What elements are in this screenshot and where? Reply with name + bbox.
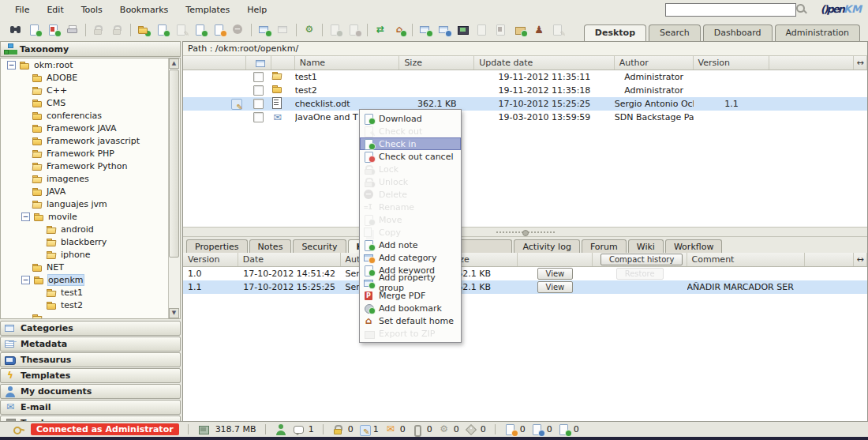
stamp-button[interactable]: ♟	[530, 21, 548, 39]
resize-columns-icon[interactable]: ↔	[854, 253, 867, 266]
taxonomy-header[interactable]: Taxonomy	[0, 41, 181, 57]
tree-scrollbar[interactable]: ▲ ▼	[168, 58, 180, 318]
column-size[interactable]: Size	[399, 56, 474, 70]
menu-bookmarks[interactable]: Bookmarks	[111, 2, 177, 17]
tree-item-framework-python[interactable]: Framework Python	[1, 160, 180, 172]
sidebar-item-email[interactable]: ✉E-mail	[0, 400, 181, 415]
tree-item-net[interactable]: NET	[1, 261, 180, 273]
tab-desktop[interactable]: Desktop	[584, 24, 646, 41]
tree-item-partial[interactable]	[1, 311, 180, 319]
menu-help[interactable]: Help	[238, 2, 275, 17]
tree-item-framework-php[interactable]: Framework PHP	[1, 147, 180, 160]
file-row-test2[interactable]: test2 19-11-2012 11:35:18 Administrator	[183, 84, 867, 97]
menu-item-set-default-home[interactable]: ⌂Set default home	[360, 314, 461, 327]
column-version[interactable]: Version	[694, 56, 770, 70]
row-checkbox[interactable]	[253, 112, 264, 122]
edit-document-button[interactable]	[173, 21, 190, 39]
sidebar-item-metadata[interactable]: Metadata	[0, 337, 181, 352]
search-icon[interactable]	[795, 3, 808, 16]
tree-item-android[interactable]: android	[1, 223, 180, 235]
tree-item-adobe[interactable]: ADOBE	[1, 71, 180, 84]
tree-item-okm-root[interactable]: okm:root	[1, 58, 180, 71]
tree-item-conferencias[interactable]: conferencias	[1, 109, 180, 122]
tab-workflow[interactable]: Workflow	[665, 239, 723, 253]
mail-status-icon[interactable]: ✉	[384, 423, 397, 436]
menu-item-add-category[interactable]: Add category	[360, 251, 461, 264]
quick-doc-icon[interactable]	[504, 423, 517, 436]
tree-item-imagenes[interactable]: imagenes	[1, 172, 180, 185]
tab-administration[interactable]: Administration	[775, 24, 861, 41]
tree-item-blackberry[interactable]: blackberry	[1, 235, 180, 248]
column-update-date[interactable]: Update date	[474, 56, 615, 70]
cancel-checkout-button[interactable]	[211, 21, 228, 39]
quick-search-input[interactable]	[665, 3, 796, 17]
file-row-javaone[interactable]: ✉ JavaOne and T 19-03-2010 13:59:59 SDN …	[183, 111, 867, 124]
column-comment[interactable]: Comment	[687, 253, 806, 266]
menu-item-check-out[interactable]: Check out	[360, 125, 461, 137]
tab-wiki[interactable]: Wiki	[628, 239, 664, 253]
tree-item-test2[interactable]: test2	[1, 299, 180, 311]
tab-activity-log[interactable]: Activity log	[514, 239, 579, 253]
column-date[interactable]: Date	[238, 253, 341, 266]
menu-item-rename[interactable]: Rename	[360, 201, 461, 213]
download-button[interactable]	[26, 21, 43, 39]
menu-file[interactable]: File	[6, 2, 38, 17]
add-document-button[interactable]	[154, 21, 171, 39]
row-checkbox[interactable]	[253, 72, 264, 82]
unlock-button[interactable]	[109, 21, 126, 39]
column-version[interactable]: Version	[183, 253, 238, 266]
sidebar-item-templates[interactable]: ϟTemplates	[0, 368, 181, 383]
horizontal-splitter[interactable]	[183, 227, 867, 237]
menu-item-lock[interactable]: Lock	[360, 163, 461, 175]
keyword-tag-icon[interactable]	[465, 423, 477, 436]
compact-history-button[interactable]: Compact history	[600, 254, 683, 265]
download-pdf-button[interactable]	[45, 21, 62, 39]
menu-item-move[interactable]: Move	[360, 213, 461, 226]
lock-button[interactable]	[90, 21, 107, 39]
chat-icon[interactable]	[293, 423, 305, 436]
sidebar-item-my-documents[interactable]: My documents	[0, 384, 181, 399]
tab-dashboard[interactable]: Dashboard	[703, 24, 773, 41]
menu-templates[interactable]: Templates	[177, 2, 238, 17]
find-button[interactable]	[7, 21, 24, 39]
checkout-docs-icon[interactable]	[359, 424, 370, 435]
scroll-up-icon[interactable]: ▲	[169, 58, 179, 69]
file-row-checklist[interactable]: checklist.odt 362.1 KB 17-10-2012 15:25:…	[183, 97, 867, 111]
view-button[interactable]: View	[537, 281, 574, 293]
tree-item-framework-javascript[interactable]: Framework javascript	[1, 134, 180, 147]
home-button[interactable]: ⌂	[391, 21, 408, 39]
menu-item-unlock[interactable]: Unlock	[360, 175, 461, 188]
history-row-1-0[interactable]: 1.0 17-10-2012 14:51:42 Sergio Antonio O…	[183, 267, 867, 280]
column-name[interactable]: Name	[295, 56, 400, 70]
convert-pdf-button[interactable]	[492, 21, 510, 39]
tree-item-languajes-jvm[interactable]: languajes jvm	[1, 197, 180, 210]
menu-item-download[interactable]: Download	[360, 112, 461, 125]
start-workflow-button[interactable]: ⚙	[301, 21, 318, 39]
menu-item-add-bookmark[interactable]: Add bookmark	[360, 302, 461, 314]
restore-button[interactable]: Restore	[616, 268, 664, 280]
locked-docs-icon[interactable]	[332, 423, 345, 436]
console-button[interactable]	[436, 21, 453, 39]
column-author[interactable]: Author	[615, 56, 694, 70]
remove-property-group-button[interactable]	[275, 21, 292, 39]
quick-doc-export-icon[interactable]	[558, 423, 571, 436]
row-checkbox[interactable]	[253, 99, 264, 109]
wizard-button[interactable]	[549, 21, 567, 39]
dockpanel-button[interactable]	[417, 21, 434, 39]
collapse-toggle-icon[interactable]	[21, 212, 30, 221]
collapse-toggle-icon[interactable]	[21, 276, 30, 284]
tab-notes[interactable]: Notes	[249, 239, 292, 253]
file-row-test1[interactable]: test1 19-11-2012 11:35:11 Administrator	[183, 70, 867, 84]
menu-tools[interactable]: Tools	[73, 2, 111, 17]
tree-item-openkm[interactable]: openkm	[1, 273, 180, 286]
refresh-button[interactable]: ⇄	[372, 21, 389, 39]
menu-item-add-property-group[interactable]: Add property group	[360, 276, 461, 289]
massive-select-icon[interactable]	[255, 58, 266, 69]
history-row-1-1[interactable]: 1.1 17-10-2012 15:25:25 Sergio Antonio O…	[183, 280, 867, 294]
tab-security[interactable]: Security	[293, 239, 346, 253]
connected-user-icon[interactable]	[275, 423, 287, 436]
tree-item-test1[interactable]: test1	[1, 286, 180, 299]
sidebar-item-thesaurus[interactable]: Thesaurus	[0, 352, 181, 367]
tree-item-java[interactable]: JAVA	[1, 185, 180, 197]
tree-item-iphone[interactable]: iphone	[1, 248, 180, 261]
